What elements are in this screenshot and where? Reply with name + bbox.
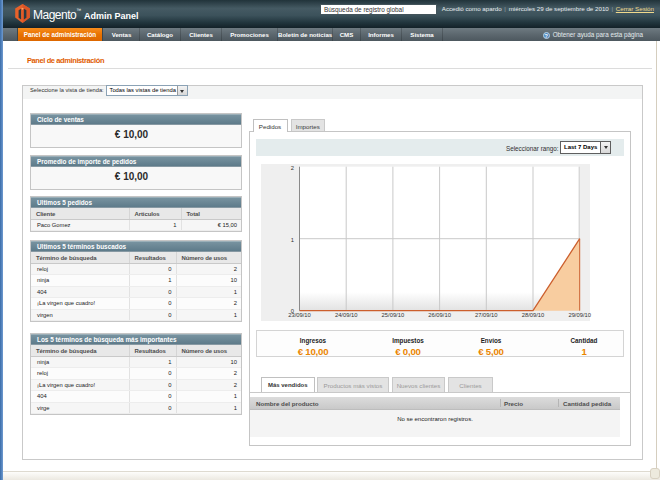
svg-text:23/09/10: 23/09/10 <box>288 312 311 318</box>
svg-text:26/09/10: 26/09/10 <box>428 312 451 318</box>
svg-text:1: 1 <box>291 237 294 243</box>
svg-text:2: 2 <box>291 165 294 171</box>
svg-text:27/09/10: 27/09/10 <box>475 312 498 318</box>
svg-text:29/09/10: 29/09/10 <box>568 312 591 318</box>
svg-text:24/09/10: 24/09/10 <box>335 312 358 318</box>
svg-text:28/09/10: 28/09/10 <box>522 312 545 318</box>
svg-text:25/09/10: 25/09/10 <box>382 312 405 318</box>
